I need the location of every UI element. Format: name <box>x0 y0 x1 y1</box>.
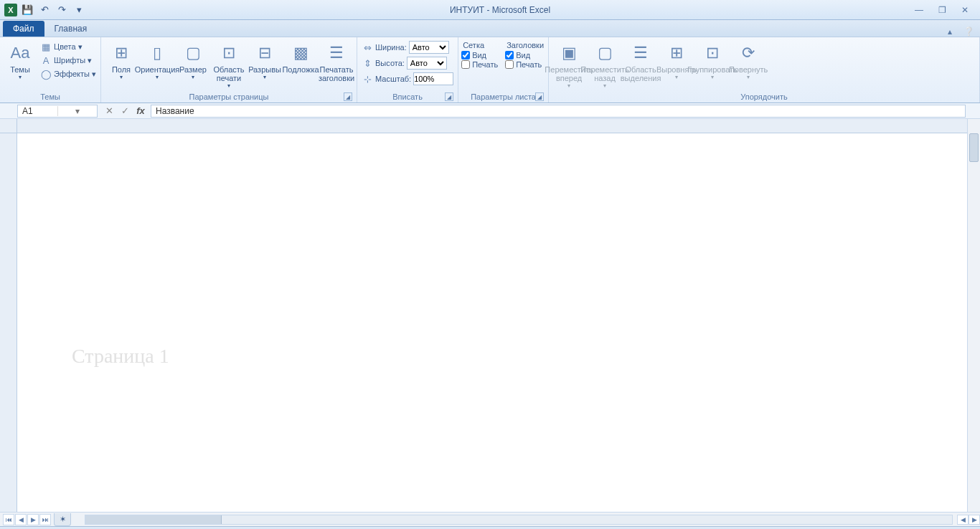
pane-icon: ☰ <box>629 42 652 65</box>
qat-customize-icon[interactable]: ▾ <box>72 3 86 17</box>
themes-button[interactable]: AaТемы▾ <box>3 40 37 82</box>
margins-button[interactable]: ⊞Поля▾ <box>104 40 138 82</box>
group-button[interactable]: ⊡Группировать▾ <box>695 40 730 82</box>
fx-icon[interactable]: fx <box>133 105 148 116</box>
fonts-icon: A <box>40 54 52 66</box>
gridlines-label: Сетка <box>461 40 498 50</box>
accept-formula-icon[interactable]: ✓ <box>118 105 132 116</box>
theme-effects-button[interactable]: ◯Эффекты ▾ <box>39 67 98 80</box>
cancel-formula-icon[interactable]: ✕ <box>102 105 116 116</box>
align-icon: ⊞ <box>665 42 688 65</box>
chevron-down-icon[interactable]: ▾ <box>57 106 98 116</box>
scroll-left-icon[interactable]: ◀ <box>957 515 969 525</box>
group-page-setup: ⊞Поля▾ ▯Ориентация▾ ▢Размер▾ ⊡Область пе… <box>101 37 357 103</box>
status-bar: Готово ▦ ▤ ▯ 100% − + <box>0 526 980 529</box>
width-icon: ⇔ <box>362 42 373 53</box>
sheet-nav-last-icon[interactable]: ⏭ <box>39 514 51 525</box>
background-button[interactable]: ▩Подложка <box>283 40 318 75</box>
scroll-right-icon[interactable]: ▶ <box>969 515 980 525</box>
group-label: Вписать◢ <box>360 92 455 103</box>
margins-icon: ⊞ <box>110 42 133 65</box>
minimize-icon[interactable]: ― <box>910 4 928 16</box>
qat-undo-icon[interactable]: ↶ <box>37 3 52 17</box>
group-label: Упорядочить <box>552 92 976 103</box>
theme-fonts-button[interactable]: AШрифты ▾ <box>39 54 98 67</box>
headings-print-check[interactable]: Печать <box>505 60 545 69</box>
dialog-launcher-icon[interactable]: ◢ <box>445 92 453 101</box>
forward-icon: ▣ <box>557 42 580 65</box>
backward-icon: ▢ <box>593 42 616 65</box>
select-all-corner[interactable] <box>0 119 17 133</box>
group-label: Параметры страницы◢ <box>104 92 354 103</box>
group-sheet-options: Сетка Вид Печать Заголовки Вид Печать Па… <box>458 37 549 103</box>
colors-icon: ▦ <box>40 41 52 52</box>
formula-input[interactable]: Название <box>151 105 966 118</box>
print-area-icon: ⊡ <box>217 42 240 65</box>
sheet-tab-bar: ⏮ ◀ ▶ ⏭ ✶ ◀ ▶ <box>0 512 980 526</box>
column-headers <box>17 119 967 133</box>
window-title: ИНТУИТ - Microsoft Excel <box>90 5 910 15</box>
size-button[interactable]: ▢Размер▾ <box>176 40 210 82</box>
scale-input[interactable] <box>413 72 453 85</box>
horizontal-scrollbar[interactable] <box>85 515 953 525</box>
dialog-launcher-icon[interactable]: ◢ <box>344 92 352 101</box>
sheet-nav-next-icon[interactable]: ▶ <box>27 514 39 525</box>
group-scale: ⇔Ширина: Авто ⇕Высота: Авто ⊹Масштаб: Вп… <box>357 37 458 103</box>
quick-access-toolbar: X 💾 ↶ ↷ ▾ <box>0 3 90 17</box>
breaks-button[interactable]: ⊟Разрывы▾ <box>248 40 282 82</box>
spreadsheet-grid: Страница 1 <box>0 119 980 512</box>
size-icon: ▢ <box>182 42 204 65</box>
dialog-launcher-icon[interactable]: ◢ <box>535 92 544 101</box>
gridlines-print-check[interactable]: Печать <box>461 60 498 69</box>
print-area-button[interactable]: ⊡Область печати▾ <box>212 40 246 91</box>
close-icon[interactable]: ✕ <box>956 4 974 16</box>
ribbon: AaТемы▾ ▦Цвета ▾ AШрифты ▾ ◯Эффекты ▾ Те… <box>0 37 980 103</box>
orientation-button[interactable]: ▯Ориентация▾ <box>140 40 174 82</box>
group-themes: AaТемы▾ ▦Цвета ▾ AШрифты ▾ ◯Эффекты ▾ Те… <box>0 37 101 103</box>
file-tab[interactable]: Файл <box>3 21 44 37</box>
breaks-icon: ⊟ <box>253 42 276 65</box>
ribbon-tabs: Файл Главная ▴ ❔ <box>0 20 980 37</box>
effects-icon: ◯ <box>40 68 52 80</box>
new-sheet-button[interactable]: ✶ <box>54 513 71 526</box>
formula-bar: A1▾ ✕ ✓ fx Название <box>0 103 980 119</box>
scale-icon: ⊹ <box>362 73 373 85</box>
group-label: Темы <box>3 92 98 103</box>
group-label: Параметры листа◢ <box>461 92 545 103</box>
maximize-icon[interactable]: ❐ <box>933 4 951 16</box>
vertical-scrollbar[interactable] <box>967 119 980 512</box>
sheet-nav-prev-icon[interactable]: ◀ <box>15 514 27 525</box>
excel-icon: X <box>4 4 17 16</box>
scale-height-select[interactable]: Авто <box>407 57 447 70</box>
ribbon-minimize-icon[interactable]: ▴ <box>942 27 958 37</box>
gridlines-view-check[interactable]: Вид <box>461 51 498 59</box>
sheet-nav-first-icon[interactable]: ⏮ <box>3 514 14 525</box>
orientation-icon: ▯ <box>146 42 169 65</box>
background-icon: ▩ <box>289 42 312 65</box>
row-headers <box>0 133 17 512</box>
print-titles-button[interactable]: ☰Печатать заголовки <box>319 40 354 84</box>
theme-colors-button[interactable]: ▦Цвета ▾ <box>39 40 98 53</box>
title-bar: X 💾 ↶ ↷ ▾ ИНТУИТ - Microsoft Excel ― ❐ ✕ <box>0 0 980 20</box>
height-icon: ⇕ <box>362 57 373 69</box>
cells-area[interactable] <box>17 133 967 512</box>
name-box[interactable]: A1▾ <box>17 105 98 118</box>
rotate-icon: ⟳ <box>737 42 760 65</box>
group-icon: ⊡ <box>701 42 724 65</box>
ribbon-tab[interactable]: Главная <box>46 21 96 37</box>
qat-redo-icon[interactable]: ↷ <box>55 3 69 17</box>
group-arrange: ▣Переместить вперед▾ ▢Переместить назад▾… <box>549 37 980 103</box>
print-titles-icon: ☰ <box>325 42 348 65</box>
send-backward-button[interactable]: ▢Переместить назад▾ <box>588 40 622 91</box>
qat-save-icon[interactable]: 💾 <box>20 3 34 17</box>
rotate-button[interactable]: ⟳Повернуть▾ <box>731 40 765 82</box>
help-icon[interactable]: ❔ <box>958 27 980 37</box>
scale-width-select[interactable]: Авто <box>409 41 449 54</box>
align-button[interactable]: ⊞Выровнять▾ <box>659 40 694 82</box>
headings-view-check[interactable]: Вид <box>505 51 545 59</box>
headings-label: Заголовки <box>505 40 545 50</box>
selection-pane-button[interactable]: ☰Область выделения <box>623 40 658 84</box>
